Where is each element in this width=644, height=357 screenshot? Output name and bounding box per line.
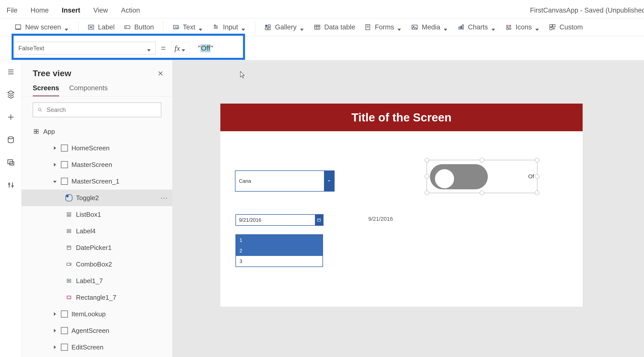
resize-handle[interactable]: [535, 174, 539, 179]
menu-insert[interactable]: Insert: [55, 7, 87, 19]
list-item[interactable]: 1: [236, 235, 323, 245]
resize-handle[interactable]: [480, 191, 484, 195]
datepicker-button[interactable]: [315, 215, 323, 225]
media-button[interactable]: Media: [411, 23, 448, 31]
tree-item-listbox1[interactable]: ListBox1: [22, 206, 172, 223]
tab-screens[interactable]: Screens: [33, 84, 59, 96]
svg-line-50: [41, 111, 42, 112]
input-label: Input: [223, 23, 238, 31]
label-icon: [65, 277, 72, 284]
resize-handle[interactable]: [535, 191, 539, 195]
chevron-down-icon: [535, 25, 540, 29]
fx-button[interactable]: fx: [171, 42, 189, 55]
date-label[interactable]: 9/21/2016: [368, 216, 393, 222]
tree-item-app[interactable]: App: [22, 123, 172, 140]
chevron-down-icon: [397, 25, 402, 29]
tree-item-masterscreen1[interactable]: MasterScreen_1: [22, 173, 172, 190]
more-icon[interactable]: ···: [160, 194, 168, 202]
tree-item-toggle2[interactable]: Toggle2 ···: [22, 190, 172, 206]
chevron-down-icon: [492, 25, 496, 29]
tree-view-panel: Tree view Screens Components App HomeScr…: [22, 60, 173, 357]
menu-home[interactable]: Home: [24, 7, 55, 18]
tree-view-icon[interactable]: [7, 91, 15, 99]
chevron-down-icon: [300, 25, 305, 29]
left-icon-rail: [0, 60, 22, 357]
screen-icon: [61, 327, 68, 334]
combobox-chevron[interactable]: [324, 171, 334, 191]
svg-rect-31: [553, 25, 555, 27]
tree-item-itemlookup[interactable]: ItemLookup: [22, 306, 172, 322]
data-icon[interactable]: [7, 136, 15, 144]
tree-tabs: Screens Components: [22, 84, 172, 97]
screen-title-bar[interactable]: Title of the Screen: [220, 104, 583, 131]
toggle-icon: [65, 194, 72, 201]
formula-input[interactable]: " Off ": [198, 44, 213, 52]
new-screen-button[interactable]: New screen: [15, 23, 69, 31]
tree-item-masterscreen[interactable]: MasterScreen: [22, 156, 172, 173]
tree-item-editscreen[interactable]: EditScreen: [22, 339, 172, 355]
svg-point-29: [509, 28, 511, 29]
chevron-right-icon[interactable]: [52, 145, 57, 151]
plus-icon[interactable]: [7, 113, 15, 121]
screen-icon: [61, 145, 68, 152]
datepicker-control[interactable]: 9/21/2016: [235, 214, 324, 226]
formula-bar: FalseText = fx " Off ": [0, 36, 644, 60]
gallery-button[interactable]: Gallery: [264, 23, 305, 31]
resize-handle[interactable]: [425, 158, 429, 162]
close-icon[interactable]: [157, 70, 164, 77]
advanced-tools-icon[interactable]: [7, 181, 15, 189]
button-button[interactable]: Button: [124, 23, 154, 31]
icons-button[interactable]: Icons: [505, 23, 540, 31]
tree-search-input[interactable]: [47, 106, 156, 113]
property-selector[interactable]: FalseText: [15, 42, 155, 55]
menu-file[interactable]: File: [0, 7, 24, 18]
tree-item-rectangle17[interactable]: Rectangle1_7: [22, 289, 172, 306]
resize-handle[interactable]: [535, 158, 539, 162]
custom-icon: [549, 24, 556, 31]
svg-rect-25: [461, 26, 462, 29]
tree-item-agentscreen[interactable]: AgentScreen: [22, 322, 172, 339]
toggle-control[interactable]: [430, 164, 488, 189]
callout-highlight: [12, 34, 245, 36]
canvas-area[interactable]: Title of the Screen Cana 9/21/2016 9/21/…: [173, 60, 644, 357]
toggle-selection-bounds[interactable]: Of: [427, 160, 537, 193]
chevron-down-icon[interactable]: [52, 178, 57, 184]
svg-rect-51: [34, 129, 36, 131]
listbox-control[interactable]: 1 2 3: [235, 234, 323, 267]
svg-rect-28: [506, 28, 508, 29]
tree-item-combobox2[interactable]: ComboBox2: [22, 256, 172, 273]
resize-handle[interactable]: [425, 174, 429, 179]
tree-item-datepicker1[interactable]: DatePicker1: [22, 239, 172, 256]
forms-button[interactable]: Forms: [364, 23, 402, 31]
chevron-down-icon: [65, 25, 69, 29]
chevron-right-icon[interactable]: [52, 344, 57, 350]
combobox-control[interactable]: Cana: [235, 170, 335, 192]
list-item[interactable]: 2: [236, 245, 323, 256]
input-button[interactable]: Input: [212, 23, 246, 31]
data-table-button[interactable]: Data table: [314, 23, 355, 31]
media-rail-icon[interactable]: [7, 158, 15, 166]
chevron-right-icon[interactable]: [52, 328, 57, 334]
custom-button[interactable]: Custom: [549, 23, 583, 31]
list-item[interactable]: 3: [236, 256, 323, 266]
chevron-right-icon[interactable]: [52, 311, 57, 317]
svg-rect-66: [67, 296, 71, 299]
menu-action[interactable]: Action: [114, 7, 146, 18]
tree-item-label17[interactable]: Label1_7: [22, 273, 172, 289]
tree-item-homescreen[interactable]: HomeScreen: [22, 140, 172, 156]
tree-list[interactable]: App HomeScreen MasterScreen MasterScreen…: [22, 123, 172, 357]
label-button[interactable]: Label: [88, 23, 115, 31]
divider: [78, 21, 78, 33]
tree-item-label: ItemLookup: [71, 310, 168, 318]
hamburger-icon[interactable]: [7, 68, 15, 76]
tab-components[interactable]: Components: [69, 84, 108, 96]
charts-button[interactable]: Charts: [457, 23, 496, 31]
resize-handle[interactable]: [480, 158, 484, 162]
resize-handle[interactable]: [425, 191, 429, 195]
text-button[interactable]: Abc Text: [172, 23, 204, 31]
screen-masterscreen1[interactable]: Title of the Screen Cana 9/21/2016 9/21/…: [220, 104, 583, 307]
chevron-right-icon[interactable]: [52, 162, 57, 168]
menu-view[interactable]: View: [87, 7, 114, 18]
tree-item-label4[interactable]: Label4: [22, 223, 172, 239]
tree-search[interactable]: [33, 103, 161, 117]
